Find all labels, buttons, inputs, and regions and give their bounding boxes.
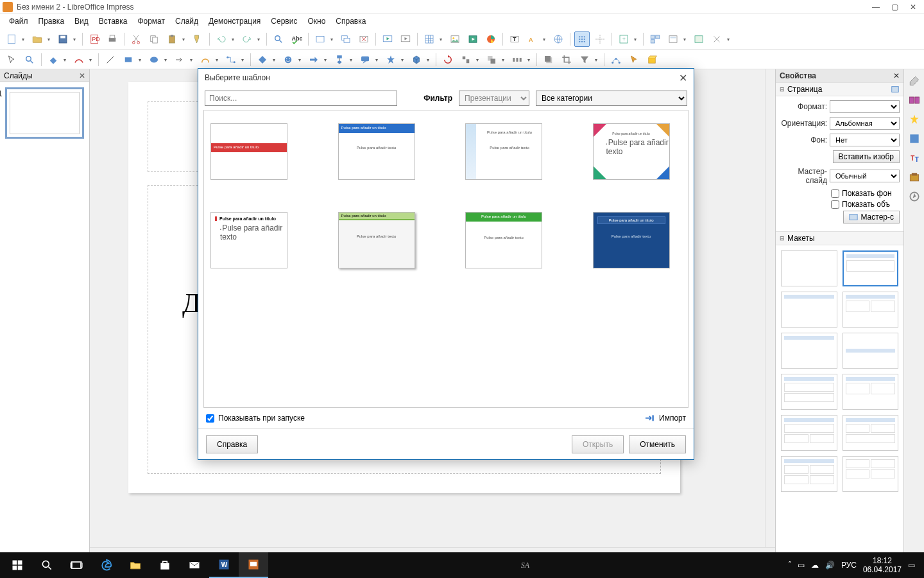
close-master-button[interactable] <box>709 31 724 47</box>
layout-two-row[interactable] <box>781 374 837 410</box>
tray-volume-icon[interactable]: 🔊 <box>825 561 835 570</box>
import-button[interactable]: Импорт <box>644 412 686 424</box>
task-view-icon[interactable] <box>62 552 91 578</box>
snap-guides-button[interactable] <box>592 31 608 47</box>
distribute-tool[interactable] <box>509 52 525 67</box>
insert-hyperlink-button[interactable] <box>551 31 566 47</box>
insert-fontwork-button[interactable]: A <box>525 31 540 47</box>
callout-tool[interactable] <box>357 52 373 67</box>
redo-button[interactable] <box>239 31 255 47</box>
show-on-start-checkbox[interactable]: Показывать при запуске <box>206 414 305 423</box>
tray-language[interactable]: РУС <box>841 561 857 570</box>
template-list[interactable]: Pulse para añadir un título Pulse para a… <box>203 110 689 408</box>
arrow-tool[interactable] <box>172 52 187 67</box>
show-bg-checkbox[interactable] <box>831 189 839 198</box>
zoom-tool[interactable] <box>22 52 37 67</box>
master-slide-button[interactable] <box>691 31 706 47</box>
dialog-close-icon[interactable]: ✕ <box>679 72 687 84</box>
layout-blank[interactable] <box>781 250 837 286</box>
align-tool[interactable] <box>458 52 474 67</box>
layout-four[interactable] <box>781 456 837 492</box>
layout-comparison[interactable] <box>843 374 899 410</box>
show-obj-checkbox[interactable] <box>831 200 839 209</box>
store-icon[interactable] <box>150 552 180 578</box>
navigator-tab-icon[interactable] <box>907 189 922 204</box>
menu-slideshow[interactable]: Демонстрация <box>205 15 264 27</box>
template-item[interactable]: Pulse para añadir un título Pulse para a… <box>338 123 415 180</box>
menu-slide[interactable]: Слайд <box>171 15 202 27</box>
template-item[interactable]: Pulse para añadir un título • Pulse para… <box>593 123 670 180</box>
ellipse-tool[interactable] <box>146 52 162 67</box>
layouts-section-header[interactable]: ⊟ Макеты <box>776 231 903 245</box>
spellcheck-button[interactable]: Abc <box>289 31 304 47</box>
master-select[interactable]: Обычный <box>830 170 900 182</box>
layout-two-content[interactable] <box>843 292 899 328</box>
find-button[interactable] <box>271 31 286 47</box>
insert-chart-button[interactable] <box>483 31 499 47</box>
fill-color-button[interactable] <box>46 52 61 67</box>
word-icon[interactable]: W <box>209 552 239 578</box>
slides-panel-close-icon[interactable]: ✕ <box>79 71 85 80</box>
menu-tools[interactable]: Сервис <box>267 15 301 27</box>
paste-button[interactable] <box>164 31 180 47</box>
print-button[interactable] <box>105 31 120 47</box>
menu-view[interactable]: Вид <box>71 15 92 27</box>
tray-onedrive-icon[interactable]: ☁ <box>811 561 819 570</box>
basic-shapes-tool[interactable] <box>255 52 270 67</box>
clone-format-button[interactable] <box>190 31 205 47</box>
explorer-icon[interactable] <box>121 552 150 578</box>
template-item[interactable]: Pulse para añadir un título Pulse para a… <box>593 212 670 268</box>
connector-tool[interactable] <box>223 52 239 67</box>
master-tab-icon[interactable] <box>907 131 922 146</box>
menu-format[interactable]: Формат <box>133 15 169 27</box>
layout-six[interactable] <box>843 456 899 492</box>
copy-button[interactable] <box>146 31 162 47</box>
zoom-button[interactable]: + <box>616 31 631 47</box>
insert-image-button[interactable]: Вставить изобр <box>833 150 900 163</box>
start-slideshow-button[interactable] <box>380 31 395 47</box>
save-button[interactable] <box>55 31 71 47</box>
open-button[interactable] <box>30 31 45 47</box>
insert-image-button[interactable] <box>447 31 463 47</box>
close-button[interactable]: ✕ <box>910 3 916 12</box>
gallery-tab-icon[interactable] <box>907 170 922 185</box>
start-current-button[interactable] <box>398 31 413 47</box>
menu-help[interactable]: Справка <box>332 15 370 27</box>
layout-centered[interactable] <box>843 333 899 369</box>
symbol-shapes-tool[interactable] <box>280 52 296 67</box>
undo-button[interactable] <box>214 31 229 47</box>
layout-three-b[interactable] <box>843 415 899 451</box>
search-input[interactable] <box>205 91 397 106</box>
styles-tab-icon[interactable]: TT <box>907 150 922 166</box>
edge-icon[interactable] <box>91 552 121 578</box>
cut-button[interactable] <box>128 31 144 47</box>
layout-title-content[interactable] <box>843 250 899 286</box>
menu-insert[interactable]: Вставка <box>95 15 132 27</box>
delete-slide-button[interactable] <box>356 31 372 47</box>
tray-clock[interactable]: 18:12 06.04.2017 <box>863 556 902 575</box>
mail-icon[interactable] <box>180 552 209 578</box>
line-color-button[interactable] <box>71 52 87 67</box>
start-button[interactable] <box>3 552 32 578</box>
3d-tool[interactable] <box>409 52 424 67</box>
search-icon[interactable] <box>32 552 62 578</box>
points-button[interactable] <box>608 52 624 67</box>
layout-title[interactable] <box>781 333 837 369</box>
impress-icon[interactable] <box>239 552 268 578</box>
export-pdf-button[interactable]: PDF <box>87 31 102 47</box>
insert-table-button[interactable] <box>422 31 437 47</box>
template-item[interactable]: Pulse para añadir un título <box>210 123 287 180</box>
block-arrows-tool[interactable] <box>306 52 321 67</box>
page-section-header[interactable]: ⊟ Страница <box>776 82 903 96</box>
stars-tool[interactable] <box>383 52 398 67</box>
maximize-button[interactable]: ▢ <box>891 3 898 12</box>
insert-textbox-button[interactable]: T <box>507 31 522 47</box>
grid-toggle-button[interactable] <box>574 31 590 47</box>
line-tool[interactable] <box>103 52 118 67</box>
rectangle-tool[interactable] <box>121 52 136 67</box>
crop-button[interactable] <box>559 52 574 67</box>
tray-chevron-icon[interactable]: ˆ <box>789 561 791 570</box>
slide-transition-tab-icon[interactable] <box>907 92 922 108</box>
cancel-button[interactable]: Отменить <box>629 435 686 453</box>
curve-tool[interactable] <box>198 52 213 67</box>
